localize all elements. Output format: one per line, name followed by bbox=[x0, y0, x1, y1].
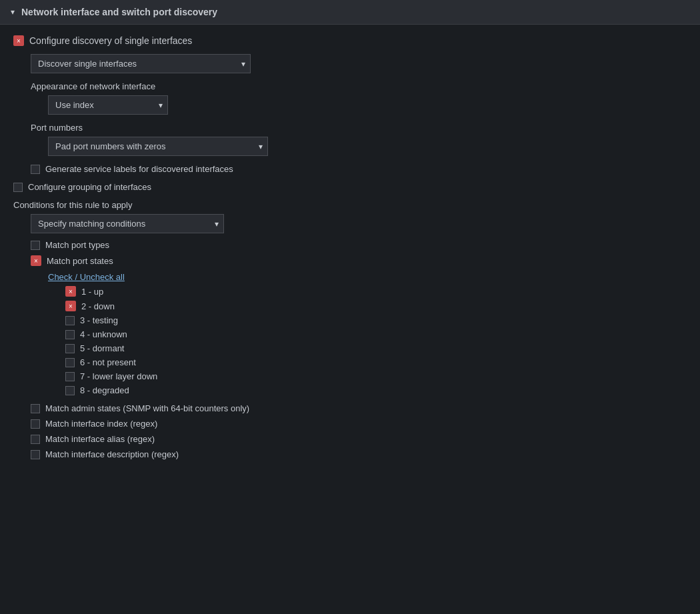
state-3-testing-checkbox[interactable] bbox=[65, 316, 75, 325]
port-numbers-dropdown[interactable]: Pad port numbers with zeros Do not pad U… bbox=[48, 137, 268, 156]
state-2-down-item: × 2 - down bbox=[65, 301, 687, 311]
state-5-dormant-label: 5 - dormant bbox=[80, 343, 124, 353]
match-port-states-label: Match port states bbox=[47, 256, 113, 266]
generate-labels-label: Generate service labels for discovered i… bbox=[45, 164, 233, 174]
match-port-states-item: × Match port states bbox=[31, 255, 687, 266]
match-interface-description-label: Match interface description (regex) bbox=[45, 449, 179, 459]
port-numbers-label: Port numbers bbox=[31, 123, 687, 133]
state-1-up-checkbox[interactable]: × bbox=[65, 286, 76, 297]
section-title: Network interface and switch port discov… bbox=[21, 7, 217, 17]
match-port-types-label: Match port types bbox=[45, 240, 109, 250]
port-numbers-dropdown-wrapper: Pad port numbers with zeros Do not pad U… bbox=[48, 137, 687, 156]
match-port-states-checkbox[interactable]: × bbox=[31, 255, 41, 266]
match-interface-description-checkbox[interactable] bbox=[31, 450, 40, 459]
chevron-icon[interactable]: ▾ bbox=[11, 7, 15, 17]
appearance-dropdown-container: Use index Use alias Use description bbox=[48, 95, 168, 115]
section-header: ▾ Network interface and switch port disc… bbox=[0, 0, 700, 25]
state-3-testing-label: 3 - testing bbox=[80, 315, 118, 325]
check-uncheck-all-wrapper: Check / Uncheck all bbox=[48, 271, 687, 282]
state-2-down-label: 2 - down bbox=[81, 301, 115, 311]
discover-single-dropdown-container: Discover single interfaces Do not discov… bbox=[31, 54, 251, 73]
state-7-lower-layer-down-item: 7 - lower layer down bbox=[65, 371, 687, 381]
configure-single-header: × Configure discovery of single interfac… bbox=[13, 35, 687, 46]
port-states-list: × 1 - up × 2 - down 3 - testing 4 - unkn… bbox=[65, 286, 687, 395]
state-4-unknown-label: 4 - unknown bbox=[80, 329, 127, 339]
state-8-degraded-item: 8 - degraded bbox=[65, 385, 687, 395]
discover-single-wrapper: Discover single interfaces Do not discov… bbox=[31, 54, 687, 73]
match-admin-states-checkbox[interactable] bbox=[31, 404, 40, 413]
specify-conditions-wrapper: Specify matching conditions Always apply… bbox=[31, 214, 687, 233]
configure-grouping-item: Configure grouping of interfaces bbox=[13, 182, 687, 192]
configure-grouping-checkbox[interactable] bbox=[13, 183, 23, 192]
generate-labels-item: Generate service labels for discovered i… bbox=[31, 164, 687, 174]
match-interface-index-label: Match interface index (regex) bbox=[45, 419, 157, 429]
match-interface-alias-item: Match interface alias (regex) bbox=[31, 434, 687, 444]
state-5-dormant-checkbox[interactable] bbox=[65, 344, 75, 353]
state-5-dormant-item: 5 - dormant bbox=[65, 343, 687, 353]
appearance-section: Appearance of network interface Use inde… bbox=[31, 81, 687, 115]
appearance-dropdown-wrapper: Use index Use alias Use description bbox=[48, 95, 687, 115]
match-admin-states-label: Match admin states (SNMP with 64-bit cou… bbox=[45, 403, 249, 413]
state-6-not-present-checkbox[interactable] bbox=[65, 358, 75, 367]
specify-conditions-dropdown[interactable]: Specify matching conditions Always apply… bbox=[31, 214, 224, 233]
port-numbers-section: Port numbers Pad port numbers with zeros… bbox=[31, 123, 687, 156]
match-port-types-item: Match port types bbox=[31, 240, 687, 250]
state-1-up-item: × 1 - up bbox=[65, 286, 687, 297]
match-admin-states-item: Match admin states (SNMP with 64-bit cou… bbox=[31, 403, 687, 413]
match-interface-alias-label: Match interface alias (regex) bbox=[45, 434, 155, 444]
state-7-lower-layer-down-checkbox[interactable] bbox=[65, 372, 75, 381]
check-uncheck-all-link[interactable]: Check / Uncheck all bbox=[48, 272, 125, 282]
state-1-up-label: 1 - up bbox=[81, 287, 103, 297]
configure-grouping-label: Configure grouping of interfaces bbox=[28, 182, 151, 192]
state-4-unknown-item: 4 - unknown bbox=[65, 329, 687, 339]
main-content: × Configure discovery of single interfac… bbox=[0, 25, 700, 475]
match-interface-description-item: Match interface description (regex) bbox=[31, 449, 687, 459]
match-port-types-checkbox[interactable] bbox=[31, 241, 40, 250]
generate-labels-checkbox[interactable] bbox=[31, 165, 40, 174]
state-3-testing-item: 3 - testing bbox=[65, 315, 687, 325]
match-interface-index-item: Match interface index (regex) bbox=[31, 419, 687, 429]
appearance-dropdown[interactable]: Use index Use alias Use description bbox=[48, 95, 168, 115]
specify-conditions-dropdown-container: Specify matching conditions Always apply… bbox=[31, 214, 224, 233]
conditions-label: Conditions for this rule to apply bbox=[13, 200, 687, 210]
state-6-not-present-item: 6 - not present bbox=[65, 357, 687, 367]
port-numbers-dropdown-container: Pad port numbers with zeros Do not pad U… bbox=[48, 137, 268, 156]
match-interface-index-checkbox[interactable] bbox=[31, 419, 40, 429]
state-8-degraded-label: 8 - degraded bbox=[80, 385, 129, 395]
state-6-not-present-label: 6 - not present bbox=[80, 357, 136, 367]
appearance-label: Appearance of network interface bbox=[31, 81, 687, 91]
discover-single-dropdown[interactable]: Discover single interfaces Do not discov… bbox=[31, 54, 251, 73]
conditions-section: Conditions for this rule to apply Specif… bbox=[13, 200, 687, 459]
state-7-lower-layer-down-label: 7 - lower layer down bbox=[80, 371, 157, 381]
match-interface-alias-checkbox[interactable] bbox=[31, 435, 40, 444]
state-2-down-checkbox[interactable]: × bbox=[65, 301, 76, 311]
state-4-unknown-checkbox[interactable] bbox=[65, 330, 75, 339]
configure-single-close[interactable]: × bbox=[13, 35, 24, 46]
configure-single-label: Configure discovery of single interfaces bbox=[29, 35, 192, 46]
state-8-degraded-checkbox[interactable] bbox=[65, 386, 75, 395]
